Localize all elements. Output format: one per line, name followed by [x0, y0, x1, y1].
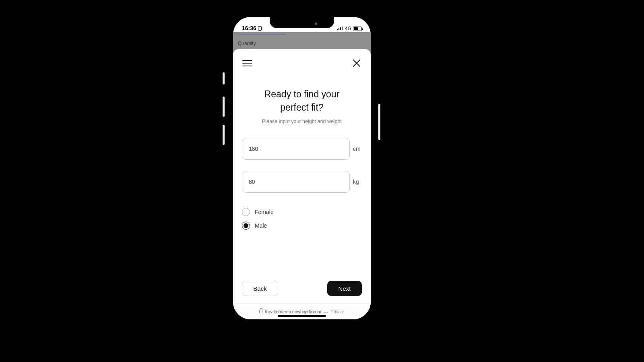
tick-right-1: [378, 104, 380, 140]
next-button[interactable]: Next: [327, 281, 362, 296]
height-row: cm: [242, 138, 362, 160]
lock-icon: [258, 26, 262, 31]
menu-button[interactable]: [242, 58, 252, 68]
lock-icon: [259, 310, 262, 313]
address-separator: —: [324, 309, 328, 314]
close-button[interactable]: [351, 58, 362, 68]
weight-unit: kg: [353, 179, 362, 185]
device-screen: 16:36 4G Quantity: [233, 17, 371, 319]
svg-rect-1: [339, 28, 339, 30]
device-frame: 16:36 4G Quantity: [231, 15, 372, 321]
tick-left-2: [223, 97, 225, 117]
weight-row: kg: [242, 171, 362, 193]
signal-icon: [337, 26, 343, 31]
sheet-header: [233, 49, 371, 72]
status-network: 4G: [345, 26, 351, 31]
sheet-body: Ready to find your perfect fit? Please i…: [233, 72, 371, 263]
tick-left-1: [223, 72, 225, 84]
gender-option-male[interactable]: Male: [242, 222, 362, 230]
browser-address-bar[interactable]: thealterdemo.myshopify.com — Private: [233, 303, 371, 319]
radio-icon: [242, 208, 250, 216]
sheet-subtitle: Please input your height and weight: [242, 119, 362, 124]
sheet-title-line2: perfect fit?: [280, 102, 323, 113]
svg-rect-2: [340, 27, 341, 30]
battery-icon: [353, 27, 362, 31]
address-mode: Private: [330, 309, 344, 314]
gender-male-label: Male: [255, 222, 267, 229]
tick-left-3: [223, 125, 225, 145]
svg-rect-3: [342, 27, 343, 30]
close-icon: [353, 59, 361, 67]
gender-option-female[interactable]: Female: [242, 208, 362, 216]
stage: 16:36 4G Quantity: [0, 0, 644, 362]
weight-input[interactable]: [242, 171, 350, 193]
fit-finder-sheet: Ready to find your perfect fit? Please i…: [233, 49, 371, 319]
back-button-label: Back: [253, 285, 266, 292]
sheet-title-line1: Ready to find your: [264, 89, 340, 99]
gender-radio-group: Female Male: [242, 208, 362, 230]
device-notch: [270, 17, 334, 28]
camera-dot: [315, 23, 317, 25]
next-button-label: Next: [339, 285, 351, 292]
phone: 16:36 4G Quantity: [231, 15, 372, 321]
quantity-label: Quantity: [238, 41, 366, 46]
gender-female-label: Female: [255, 209, 274, 215]
back-button[interactable]: Back: [242, 281, 278, 296]
background-accent-line: [238, 35, 286, 35]
height-input[interactable]: [242, 138, 350, 160]
svg-rect-0: [337, 29, 338, 30]
address-domain: thealterdemo.myshopify.com: [265, 309, 321, 314]
sheet-actions: Back Next: [233, 281, 371, 303]
radio-icon: [242, 222, 250, 230]
status-time: 16:36: [242, 25, 256, 31]
home-indicator[interactable]: [278, 315, 326, 317]
hamburger-icon: [242, 60, 252, 67]
sheet-title: Ready to find your perfect fit?: [242, 88, 362, 115]
height-unit: cm: [353, 146, 362, 152]
